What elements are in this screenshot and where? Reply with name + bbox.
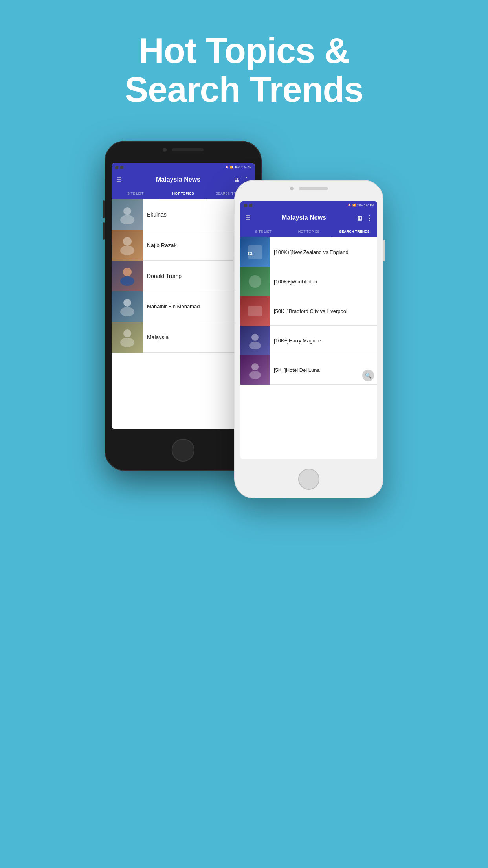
status-left: ⬛⬛ — [115, 166, 124, 169]
tab-hot-topics-black[interactable]: HOT TOPICS — [159, 188, 207, 199]
svg-point-14 — [251, 334, 259, 341]
list-item[interactable]: Malaysia 🔍 — [112, 322, 255, 353]
status-right-white: ⏰ 📶 39% 2:05 PM — [348, 204, 374, 207]
tab-search-trends-white[interactable]: SEARCH TRENDS — [332, 226, 377, 237]
thumb-malaysia — [112, 322, 143, 353]
item-title-harry: [10K+]Harry Maguire — [270, 338, 377, 344]
app-header-black: ☰ Malaysia News ▦ ⋮ — [112, 171, 255, 188]
thumb-nz: GL — [240, 237, 270, 267]
vol-down-button-white — [233, 256, 234, 272]
svg-point-2 — [123, 237, 132, 246]
hamburger-icon[interactable]: ☰ — [116, 176, 122, 184]
thumb-mahathir — [112, 291, 143, 322]
phone-white: ⬛⬛ ⏰ 📶 39% 2:05 PM ☰ Malaysia News ▦ ⋮ S… — [234, 180, 383, 498]
vol-up-button-white — [233, 236, 234, 252]
svg-point-7 — [120, 307, 134, 316]
phones-container: ⬛⬛ ⏰ 📶 40% 2:04 PM ☰ Malaysia News ▦ ⋮ S… — [0, 133, 488, 498]
svg-point-5 — [120, 276, 134, 286]
news-list-black: Ekuinas Najib Razak Donald Trump — [112, 199, 255, 353]
svg-point-16 — [251, 363, 259, 370]
svg-point-4 — [123, 268, 132, 276]
svg-point-1 — [120, 215, 134, 224]
thumb-harry — [240, 326, 270, 355]
tab-hot-topics-white[interactable]: HOT TOPICS — [286, 226, 332, 237]
dots-icon-white[interactable]: ⋮ — [366, 214, 372, 222]
svg-point-12 — [249, 275, 261, 288]
vol-up-button — [103, 200, 105, 218]
status-right: ⏰ 📶 40% 2:04 PM — [225, 166, 251, 169]
power-button-white — [383, 240, 385, 261]
notch-area-white — [235, 181, 383, 190]
screen-black: ⬛⬛ ⏰ 📶 40% 2:04 PM ☰ Malaysia News ▦ ⋮ S… — [112, 163, 255, 429]
speaker-bar — [172, 148, 204, 151]
app-title-black: Malaysia News — [126, 176, 231, 183]
search-fab-white[interactable]: 🔍 — [362, 370, 374, 381]
grid-icon-white[interactable]: ▦ — [357, 215, 362, 221]
thumb-hotel — [240, 355, 270, 385]
camera-dot-white — [290, 187, 294, 190]
list-item[interactable]: Mahathir Bin Mohamad — [112, 291, 255, 322]
screen-white: ⬛⬛ ⏰ 📶 39% 2:05 PM ☰ Malaysia News ▦ ⋮ S… — [240, 201, 377, 459]
svg-point-15 — [249, 342, 261, 349]
trends-list-white: GL [100K+]New Zealand vs England [100K+]… — [240, 237, 377, 385]
status-bar-black: ⬛⬛ ⏰ 📶 40% 2:04 PM — [112, 163, 255, 171]
vol-down-button — [103, 222, 105, 240]
svg-point-0 — [123, 207, 131, 215]
status-bar-white: ⬛⬛ ⏰ 📶 39% 2:05 PM — [240, 201, 377, 209]
svg-point-17 — [249, 371, 261, 379]
list-item[interactable]: Ekuinas — [112, 199, 255, 230]
hamburger-icon-white[interactable]: ☰ — [245, 214, 251, 222]
item-title-nz: [100K+]New Zealand vs England — [270, 249, 377, 255]
app-title-white: Malaysia News — [255, 214, 353, 221]
status-left-white: ⬛⬛ — [244, 204, 253, 207]
tabs-bar-black: SITE LIST HOT TOPICS SEARCH TRENDS — [112, 188, 255, 199]
thumb-ekuinas — [112, 199, 143, 230]
thumb-wimbledon — [240, 267, 270, 296]
list-item[interactable]: GL [100K+]New Zealand vs England — [240, 237, 377, 267]
home-button-black[interactable] — [172, 439, 194, 462]
tab-site-list-white[interactable]: SITE LIST — [240, 226, 286, 237]
camera-dot — [163, 148, 167, 152]
list-item[interactable]: [10K+]Harry Maguire — [240, 326, 377, 355]
thumb-najib — [112, 230, 143, 261]
tab-site-list-black[interactable]: SITE LIST — [112, 188, 159, 199]
item-title-wimbledon: [100K+]Wimbledon — [270, 279, 377, 285]
page-title: Hot Topics & Search Trends — [0, 0, 488, 133]
svg-point-8 — [123, 329, 131, 337]
svg-text:GL: GL — [248, 252, 253, 256]
svg-point-9 — [120, 338, 134, 347]
svg-rect-13 — [248, 306, 262, 316]
list-item[interactable]: [50K+]Bradford City vs Liverpool — [240, 296, 377, 326]
app-header-white: ☰ Malaysia News ▦ ⋮ — [240, 209, 377, 226]
svg-point-6 — [123, 299, 131, 307]
item-title-hotel: [5K+]Hotel Del Luna — [270, 367, 377, 373]
notch-area — [105, 142, 261, 152]
svg-point-3 — [120, 246, 134, 255]
list-item[interactable]: [100K+]Wimbledon — [240, 267, 377, 296]
speaker-bar-white — [299, 187, 328, 190]
home-button-white[interactable] — [298, 469, 319, 490]
list-item[interactable]: [5K+]Hotel Del Luna 🔍 — [240, 355, 377, 385]
item-title-bradford: [50K+]Bradford City vs Liverpool — [270, 308, 377, 314]
tabs-bar-white: SITE LIST HOT TOPICS SEARCH TRENDS — [240, 226, 377, 237]
thumb-bradford — [240, 296, 270, 326]
thumb-trump — [112, 261, 143, 291]
